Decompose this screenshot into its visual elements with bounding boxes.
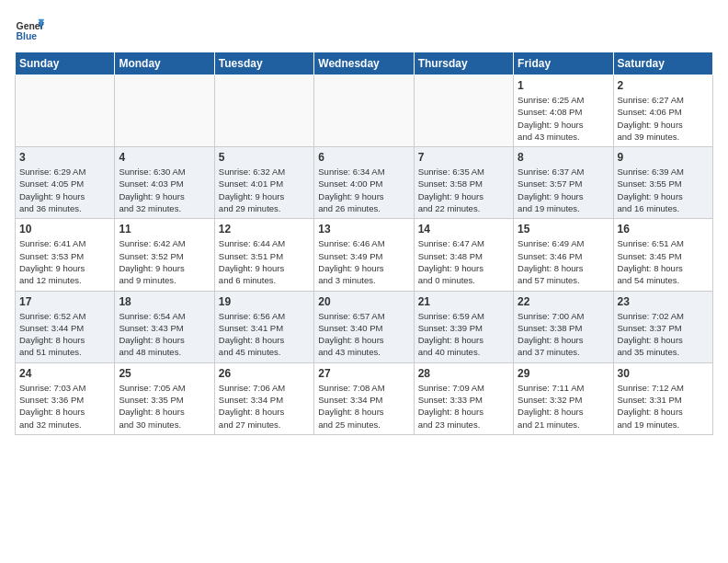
header-friday: Friday [514, 52, 613, 75]
day-number: 24 [19, 367, 110, 380]
day-number: 17 [19, 295, 110, 308]
calendar-day: 25Sunrise: 7:05 AM Sunset: 3:35 PM Dayli… [115, 362, 214, 434]
day-info: Sunrise: 6:37 AM Sunset: 3:57 PM Dayligh… [518, 166, 609, 214]
calendar-day: 20Sunrise: 6:57 AM Sunset: 3:40 PM Dayli… [314, 291, 414, 362]
calendar-day: 29Sunrise: 7:11 AM Sunset: 3:32 PM Dayli… [514, 362, 613, 434]
calendar-day: 12Sunrise: 6:44 AM Sunset: 3:51 PM Dayli… [214, 219, 313, 291]
day-info: Sunrise: 6:35 AM Sunset: 3:58 PM Dayligh… [418, 166, 509, 214]
day-info: Sunrise: 7:12 AM Sunset: 3:31 PM Dayligh… [618, 382, 709, 431]
day-number: 30 [618, 367, 709, 380]
day-number: 7 [418, 151, 509, 164]
calendar-day: 15Sunrise: 6:49 AM Sunset: 3:46 PM Dayli… [514, 219, 613, 291]
day-info: Sunrise: 7:05 AM Sunset: 3:35 PM Dayligh… [119, 382, 210, 431]
day-number: 16 [618, 223, 709, 236]
calendar-day: 21Sunrise: 6:59 AM Sunset: 3:39 PM Dayli… [414, 291, 513, 362]
logo-icon: General Blue [15, 15, 44, 44]
calendar-day: 1Sunrise: 6:25 AM Sunset: 4:08 PM Daylig… [514, 75, 613, 147]
calendar-day: 6Sunrise: 6:34 AM Sunset: 4:00 PM Daylig… [314, 147, 414, 219]
day-info: Sunrise: 6:56 AM Sunset: 3:41 PM Dayligh… [219, 310, 310, 359]
calendar-day: 18Sunrise: 6:54 AM Sunset: 3:43 PM Dayli… [115, 291, 214, 362]
day-number: 18 [119, 295, 210, 308]
header-saturday: Saturday [613, 52, 712, 75]
svg-text:Blue: Blue [17, 31, 38, 41]
calendar-day: 24Sunrise: 7:03 AM Sunset: 3:36 PM Dayli… [16, 362, 115, 434]
day-info: Sunrise: 6:59 AM Sunset: 3:39 PM Dayligh… [418, 310, 509, 359]
day-info: Sunrise: 6:47 AM Sunset: 3:48 PM Dayligh… [418, 237, 509, 286]
calendar-day: 4Sunrise: 6:30 AM Sunset: 4:03 PM Daylig… [115, 147, 214, 219]
calendar-day: 11Sunrise: 6:42 AM Sunset: 3:52 PM Dayli… [115, 219, 214, 291]
day-number: 27 [318, 367, 409, 380]
calendar-week-3: 10Sunrise: 6:41 AM Sunset: 3:53 PM Dayli… [16, 219, 713, 291]
day-info: Sunrise: 6:54 AM Sunset: 3:43 PM Dayligh… [119, 310, 210, 359]
calendar-week-2: 3Sunrise: 6:29 AM Sunset: 4:05 PM Daylig… [16, 147, 713, 219]
day-info: Sunrise: 6:42 AM Sunset: 3:52 PM Dayligh… [119, 237, 210, 286]
day-number: 26 [219, 367, 310, 380]
calendar-day: 7Sunrise: 6:35 AM Sunset: 3:58 PM Daylig… [414, 147, 513, 219]
calendar-day: 8Sunrise: 6:37 AM Sunset: 3:57 PM Daylig… [514, 147, 613, 219]
day-info: Sunrise: 6:57 AM Sunset: 3:40 PM Dayligh… [318, 310, 409, 359]
calendar-day [414, 75, 513, 147]
day-number: 2 [618, 79, 709, 92]
day-number: 1 [518, 79, 609, 92]
calendar-day: 19Sunrise: 6:56 AM Sunset: 3:41 PM Dayli… [214, 291, 313, 362]
calendar-day: 3Sunrise: 6:29 AM Sunset: 4:05 PM Daylig… [16, 147, 115, 219]
calendar-day [214, 75, 313, 147]
calendar-day: 23Sunrise: 7:02 AM Sunset: 3:37 PM Dayli… [613, 291, 712, 362]
calendar-day: 10Sunrise: 6:41 AM Sunset: 3:53 PM Dayli… [16, 219, 115, 291]
day-info: Sunrise: 6:49 AM Sunset: 3:46 PM Dayligh… [518, 237, 609, 286]
calendar-week-4: 17Sunrise: 6:52 AM Sunset: 3:44 PM Dayli… [16, 291, 713, 362]
day-number: 25 [119, 367, 210, 380]
day-number: 8 [518, 151, 609, 164]
day-info: Sunrise: 6:25 AM Sunset: 4:08 PM Dayligh… [518, 94, 609, 143]
calendar-day: 26Sunrise: 7:06 AM Sunset: 3:34 PM Dayli… [214, 362, 313, 434]
day-info: Sunrise: 6:51 AM Sunset: 3:45 PM Dayligh… [618, 237, 709, 286]
day-info: Sunrise: 7:09 AM Sunset: 3:33 PM Dayligh… [418, 382, 509, 431]
day-info: Sunrise: 6:46 AM Sunset: 3:49 PM Dayligh… [318, 237, 409, 286]
day-number: 9 [618, 151, 709, 164]
day-info: Sunrise: 6:30 AM Sunset: 4:03 PM Dayligh… [119, 166, 210, 214]
day-info: Sunrise: 6:27 AM Sunset: 4:06 PM Dayligh… [618, 94, 709, 143]
calendar-week-5: 24Sunrise: 7:03 AM Sunset: 3:36 PM Dayli… [16, 362, 713, 434]
day-number: 4 [119, 151, 210, 164]
day-info: Sunrise: 6:29 AM Sunset: 4:05 PM Dayligh… [19, 166, 110, 214]
calendar-header-row: SundayMondayTuesdayWednesdayThursdayFrid… [16, 52, 713, 75]
header-sunday: Sunday [16, 52, 115, 75]
day-number: 15 [518, 223, 609, 236]
day-info: Sunrise: 6:44 AM Sunset: 3:51 PM Dayligh… [219, 237, 310, 286]
calendar-day [115, 75, 214, 147]
day-number: 20 [318, 295, 409, 308]
day-number: 21 [418, 295, 509, 308]
calendar-day: 13Sunrise: 6:46 AM Sunset: 3:49 PM Dayli… [314, 219, 414, 291]
header-monday: Monday [115, 52, 214, 75]
day-info: Sunrise: 6:32 AM Sunset: 4:01 PM Dayligh… [219, 166, 310, 214]
header-thursday: Thursday [414, 52, 513, 75]
day-info: Sunrise: 7:00 AM Sunset: 3:38 PM Dayligh… [518, 310, 609, 359]
day-info: Sunrise: 6:39 AM Sunset: 3:55 PM Dayligh… [618, 166, 709, 214]
calendar-day: 9Sunrise: 6:39 AM Sunset: 3:55 PM Daylig… [613, 147, 712, 219]
calendar-day: 16Sunrise: 6:51 AM Sunset: 3:45 PM Dayli… [613, 219, 712, 291]
day-info: Sunrise: 7:08 AM Sunset: 3:34 PM Dayligh… [318, 382, 409, 431]
day-info: Sunrise: 7:06 AM Sunset: 3:34 PM Dayligh… [219, 382, 310, 431]
day-number: 12 [219, 223, 310, 236]
calendar-day: 30Sunrise: 7:12 AM Sunset: 3:31 PM Dayli… [613, 362, 712, 434]
day-number: 19 [219, 295, 310, 308]
day-number: 14 [418, 223, 509, 236]
calendar-day: 2Sunrise: 6:27 AM Sunset: 4:06 PM Daylig… [613, 75, 712, 147]
calendar-day: 14Sunrise: 6:47 AM Sunset: 3:48 PM Dayli… [414, 219, 513, 291]
header-tuesday: Tuesday [214, 52, 313, 75]
day-info: Sunrise: 6:41 AM Sunset: 3:53 PM Dayligh… [19, 237, 110, 286]
day-info: Sunrise: 7:03 AM Sunset: 3:36 PM Dayligh… [19, 382, 110, 431]
day-number: 23 [618, 295, 709, 308]
logo: General Blue [15, 15, 48, 44]
day-number: 5 [219, 151, 310, 164]
day-number: 11 [119, 223, 210, 236]
calendar-day: 28Sunrise: 7:09 AM Sunset: 3:33 PM Dayli… [414, 362, 513, 434]
day-number: 28 [418, 367, 509, 380]
day-info: Sunrise: 7:02 AM Sunset: 3:37 PM Dayligh… [618, 310, 709, 359]
day-number: 29 [518, 367, 609, 380]
day-info: Sunrise: 7:11 AM Sunset: 3:32 PM Dayligh… [518, 382, 609, 431]
day-info: Sunrise: 6:52 AM Sunset: 3:44 PM Dayligh… [19, 310, 110, 359]
page-header: General Blue [15, 15, 713, 44]
calendar: SundayMondayTuesdayWednesdayThursdayFrid… [15, 52, 713, 435]
calendar-day: 5Sunrise: 6:32 AM Sunset: 4:01 PM Daylig… [214, 147, 313, 219]
